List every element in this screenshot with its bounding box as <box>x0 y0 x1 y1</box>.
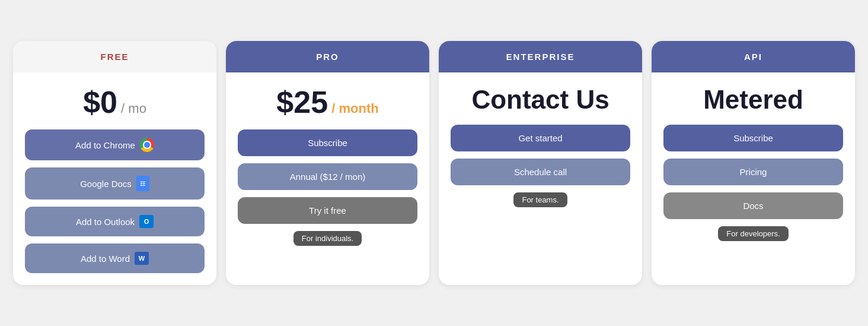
btn-label: Add to Chrome <box>75 140 135 150</box>
price-block-free: $0 / mo <box>83 87 146 118</box>
price-amount-pro: $25 / month <box>276 85 378 119</box>
btn-pro-2[interactable]: Try it free <box>238 197 417 224</box>
plan-card-pro: PRO$25 / monthSubscribeAnnual ($12 / mon… <box>226 41 429 285</box>
plan-header-enterprise: ENTERPRISE <box>439 41 642 72</box>
price-block-pro: $25 / month <box>276 87 378 118</box>
price-block-api: Metered <box>703 87 803 113</box>
plan-header-free: FREE <box>13 41 216 72</box>
chrome-icon <box>140 138 154 152</box>
btn-label: Add to Word <box>81 254 130 264</box>
btn-free-3[interactable]: Add to WordW <box>25 243 205 273</box>
plan-header-api: API <box>652 41 855 72</box>
plan-body-api: MeteredSubscribePricingDocsFor developer… <box>652 72 855 285</box>
plan-body-free: $0 / moAdd to ChromeGoogle Docs☷Add to O… <box>13 72 216 285</box>
plan-card-api: APIMeteredSubscribePricingDocsFor develo… <box>652 41 855 285</box>
btn-free-2[interactable]: Add to OutlookO <box>25 207 205 236</box>
badge-enterprise: For teams. <box>513 192 567 207</box>
pricing-grid: FREE$0 / moAdd to ChromeGoogle Docs☷Add … <box>13 41 855 285</box>
word-icon: W <box>135 252 149 265</box>
price-period-pro: / month <box>328 101 379 116</box>
price-amount-free: $0 / mo <box>83 85 146 119</box>
price-amount-api: Metered <box>703 85 803 114</box>
outlook-icon: O <box>139 215 154 228</box>
btn-pro-1[interactable]: Annual ($12 / mon) <box>238 163 417 190</box>
gdocs-icon: ☷ <box>136 176 149 191</box>
btn-enterprise-1[interactable]: Schedule call <box>451 159 630 185</box>
price-amount-enterprise: Contact Us <box>471 85 609 114</box>
btn-label: Google Docs <box>80 179 132 189</box>
btn-label: Add to Outlook <box>76 217 135 227</box>
plan-card-enterprise: ENTERPRISEContact UsGet startedSchedule … <box>439 41 642 285</box>
btn-api-1[interactable]: Pricing <box>663 159 843 185</box>
plan-body-enterprise: Contact UsGet startedSchedule callFor te… <box>439 72 642 285</box>
btn-free-1[interactable]: Google Docs☷ <box>25 167 205 200</box>
price-block-enterprise: Contact Us <box>471 87 609 113</box>
price-period-free: / mo <box>117 101 146 116</box>
badge-api: For developers. <box>718 226 788 241</box>
badge-pro: For individuals. <box>293 231 362 246</box>
btn-enterprise-0[interactable]: Get started <box>451 125 630 151</box>
btn-pro-0[interactable]: Subscribe <box>238 129 417 156</box>
btn-api-0[interactable]: Subscribe <box>663 125 843 151</box>
btn-free-0[interactable]: Add to Chrome <box>25 129 205 160</box>
plan-card-free: FREE$0 / moAdd to ChromeGoogle Docs☷Add … <box>13 41 216 285</box>
btn-api-2[interactable]: Docs <box>663 192 843 219</box>
plan-header-pro: PRO <box>226 41 429 72</box>
plan-body-pro: $25 / monthSubscribeAnnual ($12 / mon)Tr… <box>226 72 429 285</box>
